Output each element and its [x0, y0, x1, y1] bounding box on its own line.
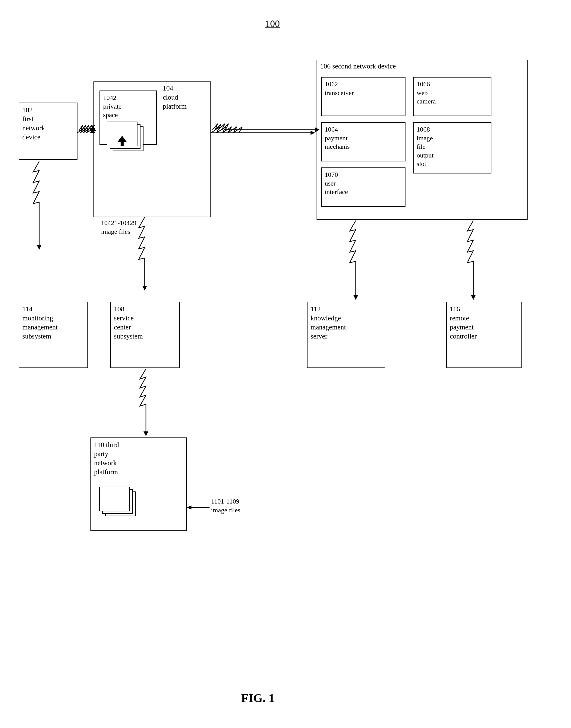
box-1070: 1070userinterface — [321, 167, 406, 207]
box-116: 116remotepaymentcontroller — [446, 302, 522, 368]
svg-marker-13 — [143, 432, 148, 436]
diagram-container: 100 102firstnetworkdevice 104cloudplatfo… — [0, 0, 571, 728]
box-1068: 1068imagefileoutputslot — [413, 122, 491, 174]
fig-label: FIG. 1 — [241, 691, 275, 705]
title-100: 100 — [265, 18, 280, 29]
label-10421-10429: 10421-10429image files — [101, 219, 136, 236]
box-110-label: 110 thirdpartynetworkplatform — [94, 441, 119, 476]
box-102-label: 102firstnetworkdevice — [22, 106, 45, 141]
box-1070-label: 1070userinterface — [325, 171, 348, 195]
svg-marker-18 — [187, 505, 192, 510]
arrow-1101-1109 — [187, 502, 211, 514]
box-1066: 1066webcamera — [413, 77, 491, 116]
box-1064-label: 1064paymentmechanis — [325, 125, 350, 150]
box-104-label: 104cloudplatform — [163, 84, 187, 111]
box-1066-label: 1066webcamera — [417, 80, 436, 105]
box-106-label: 106 second network device — [320, 62, 396, 71]
box-1064: 1064paymentmechanis — [321, 122, 406, 161]
box-112-label: 112knowledgemanagementserver — [311, 305, 346, 340]
stacked-pages-110 — [97, 486, 145, 522]
box-108-label: 108servicecentersubsystem — [114, 305, 143, 340]
arrow-106-to-112 — [347, 219, 365, 300]
box-116-label: 116remotepaymentcontroller — [450, 305, 477, 340]
label-1101-1109: 1101-1109image files — [211, 497, 240, 515]
arrow-104-106 — [211, 121, 323, 139]
svg-marker-10 — [37, 245, 41, 250]
arrow-102-to-114 — [30, 160, 48, 250]
box-114-label: 114monitoringmanagementsubsystem — [22, 305, 58, 340]
svg-marker-9 — [142, 286, 147, 290]
svg-marker-12 — [471, 295, 476, 300]
box-1062: 1062transceiver — [321, 77, 406, 116]
arrow-108-to-110 — [137, 367, 155, 437]
arrow-102-104 — [77, 122, 97, 140]
box-1062-label: 1062transceiver — [325, 80, 354, 97]
box-108: 108servicecentersubsystem — [110, 302, 180, 368]
box-112: 112knowledgemanagementserver — [307, 302, 385, 368]
svg-marker-11 — [353, 295, 358, 300]
arrow-106-to-116 — [464, 219, 482, 300]
arrow-1042-down — [136, 216, 154, 291]
svg-marker-8 — [315, 127, 320, 132]
stacked-pages-1042 — [104, 121, 152, 154]
svg-rect-16 — [100, 487, 130, 511]
box-102: 102firstnetworkdevice — [19, 103, 78, 160]
box-114: 114monitoringmanagementsubsystem — [19, 302, 88, 368]
box-1068-label: 1068imagefileoutputslot — [417, 125, 434, 167]
box-1042-label: 1042privatespace — [103, 94, 121, 118]
